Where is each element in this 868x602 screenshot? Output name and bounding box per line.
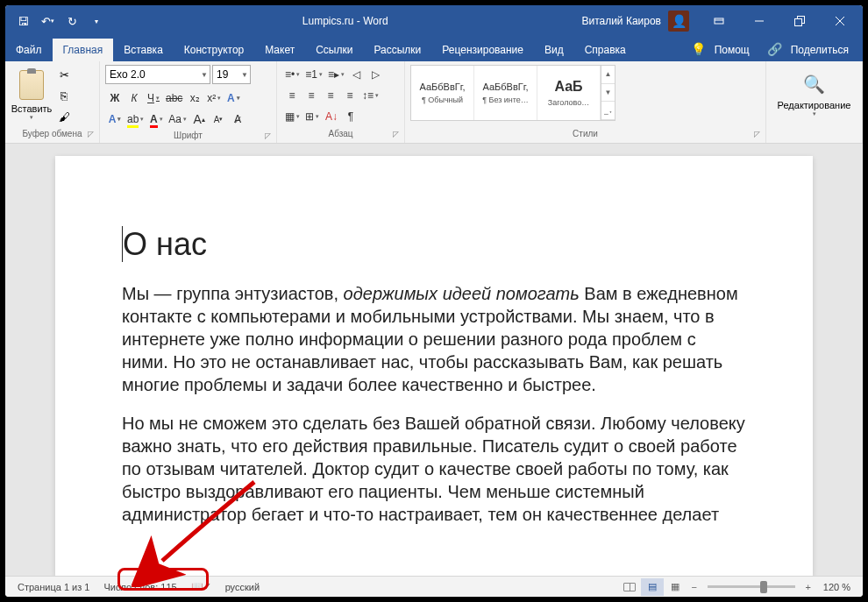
grow-font-button[interactable]: A▴ [189,110,209,129]
clipboard-launcher[interactable]: ◸ [88,130,94,138]
font-size-combo[interactable]: 19▼ [212,65,251,84]
undo-button[interactable]: ↶▾ [37,11,58,32]
multilevel-list-button[interactable]: ≡▸▾ [325,65,347,84]
word-count[interactable]: Число слов: 115 [96,577,183,597]
zoom-in-button[interactable]: + [800,582,816,592]
tab-home[interactable]: Главная [53,39,114,61]
share-button[interactable]: 🔗Поделиться [760,40,856,58]
shading-button[interactable]: ▦▾ [282,107,302,126]
tab-design[interactable]: Конструктор [174,39,254,61]
tab-review[interactable]: Рецензирование [431,39,534,61]
line-spacing-button[interactable]: ↕≡▾ [359,86,381,105]
justify-button[interactable]: ≡ [340,86,359,105]
clear-formatting-button[interactable]: A̷ [228,110,247,129]
title-bar: 🖫 ↶▾ ↻ ▾ Lumpics.ru - Word Виталий Каиро… [5,5,863,37]
tab-help[interactable]: Справка [574,39,637,61]
bullets-button[interactable]: ≡•▾ [282,65,302,84]
group-label-paragraph: Абзац [328,129,352,138]
editing-button[interactable]: 🔍 Редактирование ▾ [793,65,836,126]
web-layout-button[interactable]: ▦ [664,578,687,596]
numbering-button[interactable]: ≡1▾ [302,65,325,84]
text-effects-button[interactable]: A▾ [224,89,243,108]
align-left-button[interactable]: ≡ [282,86,302,105]
copy-button[interactable]: ⎘ [54,86,74,105]
redo-button[interactable]: ↻ [61,11,82,32]
subscript-button[interactable]: x₂ [185,89,204,108]
page[interactable]: О нас Мы — группа энтузиастов, одержимых… [55,156,813,576]
ribbon-tabs: Файл Главная Вставка Конструктор Макет С… [5,37,863,61]
change-case-button[interactable]: Aa▾ [166,110,189,129]
user-avatar[interactable]: 👤 [668,11,689,32]
window-title: Lumpics.ru - Word [114,15,576,27]
zoom-out-button[interactable]: − [687,582,702,592]
strikethrough-button[interactable]: abc [163,89,185,108]
page-indicator[interactable]: Страница 1 из 1 [11,577,96,597]
highlight-button[interactable]: ab▾ [125,110,146,129]
align-center-button[interactable]: ≡ [302,86,321,105]
increase-indent-button[interactable]: ▷ [366,65,386,84]
close-button[interactable] [821,8,859,34]
svg-rect-0 [715,18,723,24]
status-bar: Страница 1 из 1 Число слов: 115 📖✓ русск… [5,576,863,597]
borders-button[interactable]: ⊞▾ [302,107,322,126]
zoom-level[interactable]: 120 % [816,577,857,597]
gallery-down-button[interactable]: ▼ [601,84,615,103]
superscript-button[interactable]: x²▾ [204,89,224,108]
autosave-icon[interactable]: 🖫 [12,11,33,32]
font-name-combo[interactable]: Exo 2.0▼ [105,65,210,84]
tab-references[interactable]: Ссылки [305,39,363,61]
doc-heading[interactable]: О нас [122,226,746,263]
tab-layout[interactable]: Макет [254,39,305,61]
paragraph-launcher[interactable]: ◸ [393,130,399,138]
style-normal[interactable]: АаБбВвГг, ¶ Обычный [411,66,474,120]
align-right-button[interactable]: ≡ [321,86,340,105]
zoom-thumb[interactable] [760,581,767,593]
read-mode-button[interactable] [618,578,641,596]
font-shadow-button[interactable]: A▾ [105,110,125,129]
proofing-icon: 📖✓ [191,581,211,592]
decrease-indent-button[interactable]: ◁ [347,65,366,84]
font-launcher[interactable]: ◸ [265,131,271,140]
paste-button[interactable]: Вставить ▾ [11,65,53,126]
cut-button[interactable]: ✂ [54,65,74,84]
user-name[interactable]: Виталий Каиров [576,15,666,27]
tab-view[interactable]: Вид [534,39,574,61]
group-label-clipboard: Буфер обмена [23,129,82,138]
tab-file[interactable]: Файл [5,39,53,61]
search-icon: 🔍 [803,74,825,95]
gallery-up-button[interactable]: ▲ [601,66,615,84]
show-marks-button[interactable]: ¶ [341,107,360,126]
format-painter-button[interactable]: 🖌 [54,107,74,126]
style-heading1[interactable]: АаБ Заголово… [537,66,601,120]
share-icon: 🔗 [764,40,786,58]
group-label-font: Шрифт [174,131,203,140]
ribbon: Вставить ▾ ✂ ⎘ 🖌 Буфер обмена◸ Exo 2.0▼ … [5,61,863,144]
print-layout-button[interactable]: ▤ [641,578,664,596]
language-indicator[interactable]: русский [218,577,267,597]
document-area[interactable]: О нас Мы — группа энтузиастов, одержимых… [5,144,863,576]
shrink-font-button[interactable]: A▾ [209,110,228,129]
lightbulb-icon: 💡 [687,40,709,58]
doc-paragraph-2[interactable]: Но мы не сможем это сделать без Вашей об… [122,412,746,526]
restore-button[interactable] [780,8,819,34]
group-label-styles: Стили [573,129,598,138]
tab-mailings[interactable]: Рассылки [363,39,431,61]
clipboard-icon [19,70,44,100]
bold-button[interactable]: Ж [105,89,125,108]
italic-button[interactable]: К [125,89,144,108]
gallery-more-button[interactable]: ⎯▾ [601,102,615,120]
underline-button[interactable]: Ч▾ [144,89,163,108]
doc-paragraph-1[interactable]: Мы — группа энтузиастов, одержимых идеей… [122,282,746,396]
font-color-button[interactable]: A▾ [146,110,166,129]
proofing-button[interactable]: 📖✓ [184,577,218,597]
tell-me-button[interactable]: 💡Помощ [684,40,757,58]
style-no-spacing[interactable]: АаБбВвГг, ¶ Без инте… [474,66,537,120]
zoom-slider[interactable] [708,585,795,588]
ribbon-display-button[interactable] [700,8,738,34]
sort-button[interactable]: A↓ [322,107,341,126]
qat-customize-button[interactable]: ▾ [86,11,107,32]
tab-insert[interactable]: Вставка [113,39,174,61]
minimize-button[interactable] [740,8,779,34]
styles-gallery[interactable]: АаБбВвГг, ¶ Обычный АаБбВвГг, ¶ Без инте… [410,65,615,121]
styles-launcher[interactable]: ◸ [754,130,760,138]
